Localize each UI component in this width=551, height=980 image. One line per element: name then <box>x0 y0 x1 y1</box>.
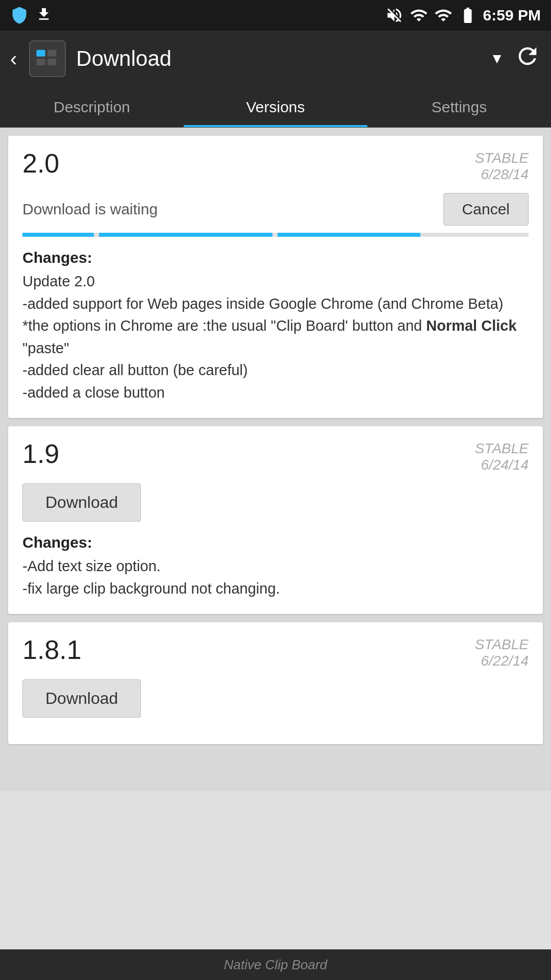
changes-text-20: Update 2.0 -added support for Web pages … <box>22 271 529 404</box>
svg-rect-2 <box>37 59 45 65</box>
tab-bar: Description Versions Settings <box>0 87 551 128</box>
tab-description[interactable]: Description <box>0 87 184 127</box>
changes-text-19: -Add text size option. -fix large clip b… <box>22 555 529 600</box>
refresh-button[interactable] <box>514 43 541 75</box>
tab-versions[interactable]: Versions <box>184 87 367 127</box>
download-waiting-text: Download is waiting <box>22 201 158 218</box>
version-stability-20: STABLE <box>475 150 529 166</box>
download-button-181[interactable]: Download <box>22 679 141 718</box>
app-title: Download <box>76 46 485 71</box>
download-button-19[interactable]: Download <box>22 483 141 522</box>
status-time: 6:59 PM <box>483 7 541 24</box>
svg-rect-3 <box>47 59 56 65</box>
shield-icon <box>10 6 29 24</box>
version-meta-19: STABLE 6/24/14 <box>475 440 529 473</box>
version-stability-181: STABLE <box>475 636 529 653</box>
battery-icon <box>459 6 477 24</box>
version-card-181: 1.8.1 STABLE 6/22/14 Download <box>8 622 543 744</box>
version-date-181: 6/22/14 <box>475 653 529 669</box>
version-stability-19: STABLE <box>475 440 529 457</box>
download-waiting-row: Download is waiting Cancel <box>22 193 529 226</box>
mute-icon <box>385 6 404 24</box>
version-header-19: 1.9 STABLE 6/24/14 <box>22 440 529 473</box>
cancel-button[interactable]: Cancel <box>443 193 529 226</box>
svg-rect-0 <box>37 50 45 57</box>
version-card-20: 2.0 STABLE 6/28/14 Download is waiting C… <box>8 136 543 418</box>
progress-bar <box>22 233 529 237</box>
signal-icon <box>434 6 453 24</box>
download-status-icon <box>36 6 52 24</box>
version-header-20: 2.0 STABLE 6/28/14 <box>22 150 529 183</box>
changes-section-19: Changes: -Add text size option. -fix lar… <box>22 534 529 600</box>
wifi-icon <box>410 6 428 24</box>
svg-rect-1 <box>47 50 56 57</box>
app-icon <box>29 40 66 77</box>
version-number-181: 1.8.1 <box>22 636 82 663</box>
version-header-181: 1.8.1 STABLE 6/22/14 <box>22 636 529 669</box>
version-date-20: 6/28/14 <box>475 166 529 183</box>
main-content: 2.0 STABLE 6/28/14 Download is waiting C… <box>0 128 551 791</box>
version-meta-20: STABLE 6/28/14 <box>475 150 529 183</box>
version-meta-181: STABLE 6/22/14 <box>475 636 529 669</box>
app-bar: ‹ Download ▼ <box>0 31 551 87</box>
back-button[interactable]: ‹ <box>10 47 17 70</box>
version-date-19: 6/24/14 <box>475 457 529 473</box>
bottom-spacer <box>8 752 543 783</box>
changes-label-20: Changes: <box>22 249 529 266</box>
progress-seg-1 <box>22 233 94 237</box>
status-bar: 6:59 PM <box>0 0 551 31</box>
version-number-19: 1.9 <box>22 440 59 467</box>
bottom-bar-text: Native Clip Board <box>224 957 327 973</box>
bottom-bar: Native Clip Board <box>0 949 551 980</box>
changes-section-20: Changes: Update 2.0 -added support for W… <box>22 249 529 404</box>
status-bar-right: 6:59 PM <box>385 6 541 24</box>
dropdown-icon[interactable]: ▼ <box>490 51 504 67</box>
version-card-19: 1.9 STABLE 6/24/14 Download Changes: -Ad… <box>8 426 543 614</box>
changes-label-19: Changes: <box>22 534 529 551</box>
version-number-20: 2.0 <box>22 150 59 177</box>
progress-seg-3 <box>278 233 420 237</box>
status-bar-left <box>10 6 52 24</box>
tab-settings[interactable]: Settings <box>367 87 551 127</box>
progress-seg-2 <box>99 233 272 237</box>
